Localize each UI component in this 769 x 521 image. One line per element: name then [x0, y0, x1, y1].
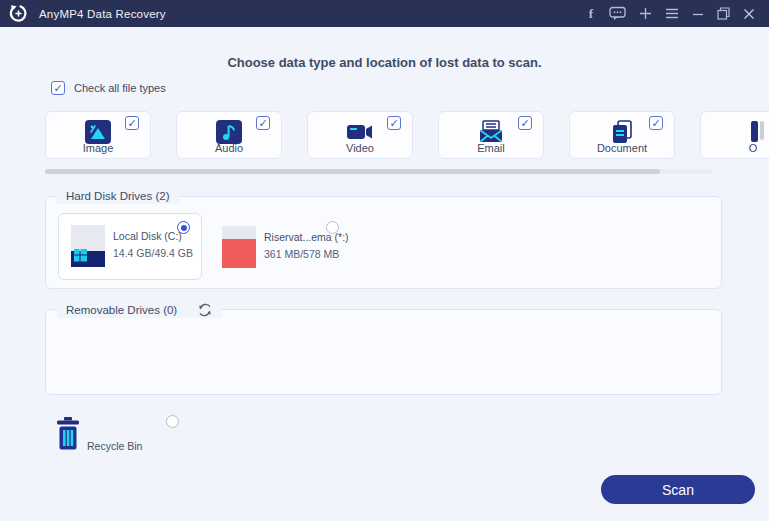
image-checkbox[interactable] [125, 116, 139, 130]
file-type-scrollbar[interactable] [45, 169, 713, 174]
file-type-card-audio[interactable]: Audio [176, 111, 282, 159]
menu-icon[interactable] [665, 8, 679, 19]
recycle-bin-radio[interactable] [166, 415, 179, 428]
refresh-icon[interactable] [197, 302, 213, 318]
feedback-icon[interactable] [609, 6, 626, 21]
drive-name: Local Disk (C:) [113, 230, 182, 242]
file-type-card-others-partial[interactable]: O [700, 111, 769, 159]
video-checkbox[interactable] [387, 116, 401, 130]
window-title: AnyMP4 Data Recovery [39, 8, 166, 20]
removable-drives-section: Removable Drives (0) [45, 309, 722, 395]
recycle-bin-item[interactable]: Recycle Bin [0, 405, 300, 465]
file-type-label: Email [439, 142, 543, 154]
file-type-list: Image Audio Video Email [45, 111, 769, 161]
close-button[interactable] [743, 8, 755, 20]
file-type-card-image[interactable]: Image [45, 111, 151, 159]
document-checkbox[interactable] [649, 116, 663, 130]
scan-button[interactable]: Scan [601, 475, 755, 504]
check-all-checkbox[interactable] [51, 81, 65, 95]
plus-icon[interactable] [639, 7, 652, 20]
hard-drive-full-icon [222, 226, 256, 268]
email-checkbox[interactable] [518, 116, 532, 130]
check-all-file-types[interactable]: Check all file types [51, 81, 166, 95]
drive-card-local-disk[interactable]: Local Disk (C:) 14.4 GB/49.4 GB [58, 213, 202, 280]
minimize-button[interactable] [692, 8, 704, 20]
drive-usage: 14.4 GB/49.4 GB [113, 247, 193, 259]
recycle-bin-label: Recycle Bin [87, 440, 142, 452]
file-type-label: Image [46, 142, 150, 154]
drive-usage: 361 MB/578 MB [264, 248, 339, 260]
titlebar: AnyMP4 Data Recovery f [0, 0, 769, 27]
file-type-card-email[interactable]: Email [438, 111, 544, 159]
page-title: Choose data type and location of lost da… [0, 55, 769, 70]
file-type-card-document[interactable]: Document [569, 111, 675, 159]
scrollbar-thumb[interactable] [45, 169, 660, 174]
drive-radio-riservato[interactable] [326, 221, 339, 234]
recycle-bin-icon [55, 417, 81, 450]
hard-disk-drives-section: Hard Disk Drives (2) Local Disk (C:) 14.… [45, 196, 722, 289]
file-type-label: Video [308, 142, 412, 154]
check-all-label: Check all file types [74, 82, 166, 94]
file-type-label: O [701, 142, 769, 154]
file-type-label: Audio [177, 142, 281, 154]
file-type-card-video[interactable]: Video [307, 111, 413, 159]
restore-button[interactable] [717, 7, 730, 20]
hard-drive-windows-icon [71, 225, 105, 267]
titlebar-buttons: f [586, 6, 755, 22]
drive-radio-local-disk[interactable] [177, 221, 190, 234]
facebook-icon[interactable]: f [586, 6, 596, 22]
audio-checkbox[interactable] [256, 116, 270, 130]
removable-drives-title: Removable Drives (0) [66, 303, 177, 318]
hard-disk-drives-title: Hard Disk Drives (2) [57, 189, 179, 204]
app-logo-icon [9, 4, 28, 23]
file-type-label: Document [570, 142, 674, 154]
